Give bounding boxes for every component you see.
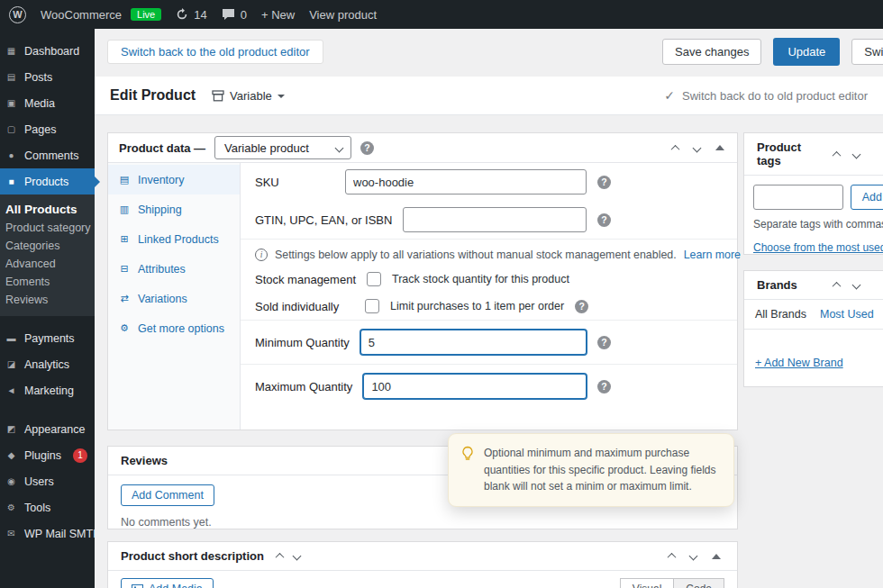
sidebar-item-dashboard[interactable]: ▦ Dashboard [0,38,95,64]
comments-menu[interactable]: 0 [222,8,247,22]
submenu-item-reviews[interactable]: Reviews [0,291,95,309]
sidebar-item-label: Products [24,176,68,188]
sidebar-item-users[interactable]: ◉ Users [0,468,95,494]
product-data-header: Product data — Variable product ? [108,133,737,163]
tab-code[interactable]: Code [674,578,724,588]
panel-controls [833,151,883,158]
tab-get-more-options[interactable]: ⚙ Get more options [108,313,240,343]
inventory-icon: ▤ [118,174,131,185]
dashboard-icon: ▦ [5,46,18,56]
switch-to-draft-button[interactable]: Switch to draft [851,39,883,65]
sidebar-item-media[interactable]: ▣ Media [0,90,95,116]
move-up-icon[interactable] [668,553,677,562]
help-icon[interactable]: ? [597,336,611,349]
sidebar-item-label: Tools [24,502,50,514]
save-changes-button[interactable]: Save changes [662,39,761,65]
help-icon[interactable]: ? [597,380,611,394]
payments-icon: ▬ [5,333,18,343]
switch-back-note[interactable]: ✓ Switch back do to old product editor [664,88,868,103]
sidebar-item-plugins[interactable]: ◆ Plugins 1 [0,442,95,468]
notice-text: Settings below apply to all variations w… [275,249,677,261]
move-down-icon[interactable] [852,281,861,290]
view-product-menu[interactable]: View product [309,8,377,22]
move-down-icon[interactable] [852,149,861,158]
switch-old-editor-button[interactable]: Switch back to the old product editor [107,40,323,64]
tab-shipping[interactable]: ▥ Shipping [108,194,240,224]
update-button[interactable]: Update [773,38,840,66]
help-icon[interactable]: ? [360,141,374,155]
move-down-icon[interactable] [292,552,301,561]
inventory-tab-content: SKU ? GTIN, UPC, EAN, or ISBN ? i Settin… [241,163,737,430]
appearance-icon: ◩ [5,424,18,434]
sidebar-item-comments[interactable]: ● Comments [0,142,95,168]
product-data-panel: Product data — Variable product ? ▤ Inve… [107,132,738,430]
move-down-icon[interactable] [693,143,702,152]
sidebar-item-analytics[interactable]: ◪ Analytics [0,351,95,377]
site-name-menu[interactable]: WooCommerce Live [41,8,161,22]
submenu-item-eoments[interactable]: Eoments [0,273,95,291]
media-icon: ▣ [5,98,18,108]
sidebar-item-payments[interactable]: ▬ Payments [0,325,95,351]
sku-input[interactable] [345,169,587,194]
help-icon[interactable]: ? [575,300,588,313]
updates-icon [176,8,188,21]
lightbulb-icon [460,446,475,461]
sold-individually-checkbox[interactable] [365,299,379,313]
gtin-input[interactable] [403,207,587,232]
track-stock-checkbox[interactable] [367,272,381,286]
submenu-item-advanced[interactable]: Advanced [0,255,95,273]
move-up-icon[interactable] [833,150,842,159]
maximum-quantity-input[interactable] [363,374,587,399]
tab-inventory[interactable]: ▤ Inventory [108,165,240,194]
add-media-button[interactable]: Add Media [121,578,214,588]
sidebar-item-posts[interactable]: ▤ Posts [0,64,95,90]
help-icon[interactable]: ? [597,213,611,227]
submenu-item-categories[interactable]: Categories [0,237,95,255]
move-down-icon[interactable] [689,552,698,561]
tab-attributes[interactable]: ⊟ Attributes [108,254,240,284]
product-tags-title: Product tags [757,140,824,167]
move-up-icon[interactable] [833,282,842,291]
help-icon[interactable]: ? [597,176,611,189]
submenu-item-product-category[interactable]: Product sategory [0,219,95,237]
new-content-menu[interactable]: + New [261,8,295,22]
sidebar-item-pages[interactable]: ▢ Pages [0,116,95,142]
product-data-tabs: ▤ Inventory ▥ Shipping ⊞ Linked Products… [108,163,241,430]
move-up-icon[interactable] [671,144,680,153]
wp-logo-menu[interactable]: W [9,6,26,23]
collapse-toggle-icon[interactable] [715,145,724,150]
page-title: Edit Product [110,87,196,104]
sidebar-item-tools[interactable]: ⚙ Tools [0,494,95,520]
collapse-toggle-icon[interactable] [712,554,721,559]
product-type-select[interactable]: Variable product [214,136,351,159]
product-tags-panel: Product tags Add Separate tags with comm… [743,132,883,255]
sidebar-item-products[interactable]: ■ Products [0,168,95,194]
tab-most-used[interactable]: Most Used [820,308,874,321]
sidebar-item-label: Marketing [24,384,74,397]
add-tag-button[interactable]: Add [851,185,883,210]
tab-visual[interactable]: Visual [620,578,674,588]
sidebar-item-marketing[interactable]: ◄ Marketing [0,377,95,403]
move-up-icon[interactable] [275,553,284,562]
updates-menu[interactable]: 14 [176,8,206,22]
tab-linked-products[interactable]: ⊞ Linked Products [108,224,240,254]
submenu-item-all-products[interactable]: All Products [0,200,95,219]
tab-all-brands[interactable]: All Brands [755,308,806,321]
tags-input[interactable] [753,185,843,210]
short-description-body: Add Media Visual Code [108,571,737,588]
sidebar-item-appearance[interactable]: ◩ Appearance [0,416,95,442]
sidebar-item-label: WP Mail SMTP [24,528,95,540]
add-comment-button[interactable]: Add Comment [121,484,214,506]
minimum-quantity-input[interactable] [360,330,587,355]
most-used-tags-link[interactable]: Choose from the most used tags [744,233,883,262]
gear-icon: ⚙ [118,322,131,334]
brands-panel: Brands All Brands Most Used + Add New Br… [743,270,883,387]
short-description-title: Product short description [121,549,264,563]
add-new-brand-link[interactable]: + Add New Brand [744,330,883,376]
product-type-selector[interactable]: Variable [212,89,285,103]
learn-more-link[interactable]: Learn more [684,249,741,261]
sidebar-item-label: Comments [24,149,78,162]
sidebar-item-wp-mail-smtp[interactable]: ✉ WP Mail SMTP [0,520,95,547]
tab-variations[interactable]: ⇄ Variations [108,284,240,313]
posts-icon: ▤ [5,72,18,82]
